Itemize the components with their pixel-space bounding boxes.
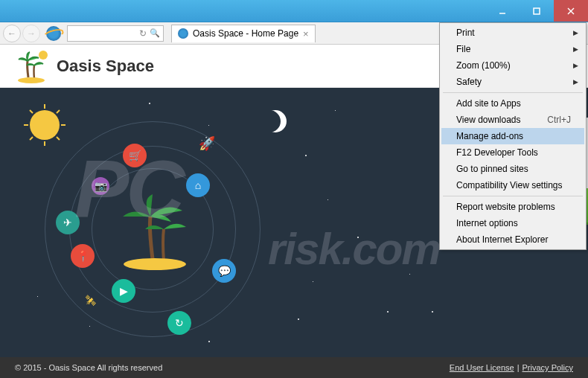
window-titlebar	[0, 0, 588, 22]
cart-icon: 🛒	[123, 144, 147, 167]
footer-privacy-link[interactable]: Privacy Policy	[523, 363, 573, 372]
back-button[interactable]: ←	[3, 25, 21, 42]
pin-icon: 📍	[71, 244, 95, 268]
svg-point-4	[39, 51, 48, 60]
ie-logo-icon	[46, 26, 61, 41]
svg-point-5	[18, 77, 45, 83]
menu-f12[interactable]: F12 Developer Tools	[441, 144, 584, 161]
address-bar[interactable]: ↻ 🔍	[67, 25, 164, 42]
menu-zoom[interactable]: Zoom (100%)▶	[441, 57, 584, 74]
orbit-graphic: 🛒 ⌂ ✈ 📍 ▶ ↻ 💬 📷 🚀 🛰	[26, 103, 279, 356]
triangle-icon: ▶	[112, 279, 135, 303]
footer-eula-link[interactable]: End User License	[450, 363, 514, 372]
menu-file[interactable]: File▶	[441, 41, 584, 57]
svg-point-14	[124, 258, 186, 270]
brand-name: Oasis Space	[57, 57, 154, 76]
tab-title: Oasis Space - Home Page	[193, 28, 298, 39]
refresh-icon[interactable]: ↻	[139, 28, 147, 39]
menu-add-site[interactable]: Add site to Apps	[441, 95, 584, 112]
minimize-button[interactable]	[485, 0, 520, 22]
tab-close-icon[interactable]: ×	[303, 28, 309, 39]
browser-tab[interactable]: Oasis Space - Home Page ×	[171, 25, 316, 42]
footer-sep: |	[517, 363, 520, 372]
plane-icon: ✈	[56, 211, 80, 234]
menu-about[interactable]: About Internet Explorer	[441, 231, 584, 248]
menu-pinned[interactable]: Go to pinned sites	[441, 161, 584, 177]
oasis-logo-icon	[15, 48, 52, 85]
close-button[interactable]	[554, 0, 588, 22]
maximize-button[interactable]	[520, 0, 554, 22]
menu-view-downloads[interactable]: View downloadsCtrl+J	[441, 112, 584, 128]
home-badge-icon: ⌂	[186, 173, 210, 197]
forward-button[interactable]: →	[22, 25, 40, 42]
menu-report[interactable]: Report website problems	[441, 199, 584, 215]
menu-safety[interactable]: Safety▶	[441, 74, 584, 90]
rocket-icon: 🚀	[199, 135, 215, 152]
tab-favicon-icon	[178, 28, 188, 39]
menu-print[interactable]: Print▶	[441, 25, 584, 41]
svg-rect-1	[534, 8, 540, 14]
tools-menu: Print▶ File▶ Zoom (100%)▶ Safety▶ Add si…	[439, 22, 587, 250]
site-footer: © 2015 - Oasis Space All rights reserved…	[0, 357, 588, 378]
menu-internet-options[interactable]: Internet options	[441, 215, 584, 231]
menu-compat[interactable]: Compatibility View settings	[441, 177, 584, 193]
chat-icon: 💬	[212, 259, 236, 283]
footer-copyright: © 2015 - Oasis Space All rights reserved	[15, 363, 162, 372]
camera-icon: 📷	[92, 177, 109, 195]
refresh-badge-icon: ↻	[167, 311, 191, 335]
satellite-icon: 🛰	[86, 295, 96, 307]
search-icon[interactable]: 🔍	[150, 28, 160, 39]
menu-manage-addons[interactable]: Manage add-ons	[441, 128, 584, 144]
